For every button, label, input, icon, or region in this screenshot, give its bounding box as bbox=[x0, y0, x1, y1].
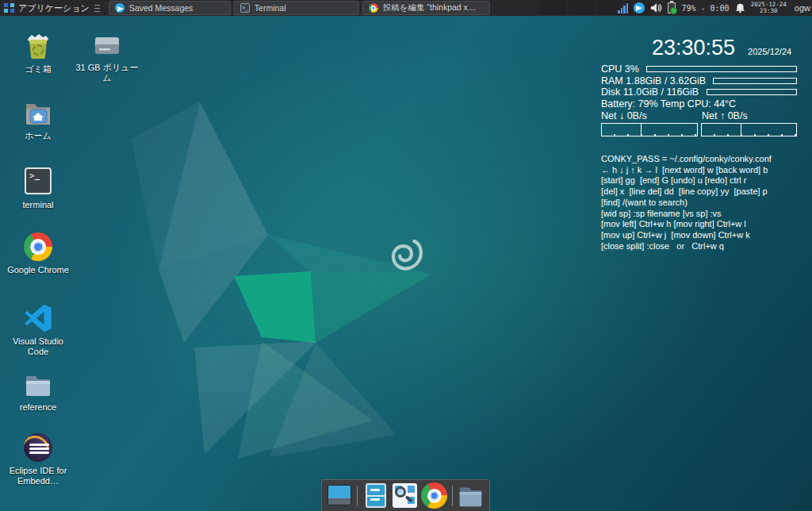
desktop-icon-label: ゴミ箱 bbox=[5, 64, 71, 75]
taskbar-window-saved-messages[interactable]: Saved Messages bbox=[109, 1, 231, 15]
battery-icon[interactable] bbox=[668, 2, 676, 13]
chrome-icon bbox=[24, 232, 52, 261]
folder-icon bbox=[24, 370, 52, 398]
network-signal-icon[interactable] bbox=[618, 3, 628, 13]
desktop-icon-reference[interactable]: reference bbox=[5, 370, 71, 413]
applications-menu-label: アプリケーション bbox=[18, 2, 90, 14]
cheat-line: [del] x [line del] dd [line copy] yy [pa… bbox=[601, 186, 797, 198]
desktop-icon-trash[interactable]: ゴミ箱 bbox=[5, 32, 71, 75]
telegram-tray-icon[interactable] bbox=[634, 2, 645, 13]
net-down-label: Net ↓ 0B/s bbox=[601, 110, 702, 121]
net-download-graph bbox=[601, 123, 698, 136]
cheat-line: [mov up] Ctrl+w j [mov down] Ctrl+w k bbox=[601, 230, 797, 241]
dock-google-chrome-button[interactable] bbox=[421, 482, 447, 509]
desktop-icon-eclipse[interactable]: Eclipse IDE for Embedd… bbox=[5, 433, 71, 486]
conky-time: 23:30:55 bbox=[652, 36, 735, 59]
desktop-screen: アプリケーション Saved Messages >_ Terminal 投稿を編… bbox=[0, 0, 812, 511]
menu-lines-icon bbox=[94, 5, 100, 12]
desktop-icon-terminal[interactable]: > terminal bbox=[5, 167, 71, 210]
taskbar-window-edit-post[interactable]: 投稿を編集 “thinkpad x… bbox=[362, 1, 490, 15]
conky-vim-cheatsheet: CONKY_PASS = ~/.config/conky/conky.conf … bbox=[601, 154, 797, 252]
cheat-line: [close split] :close or Ctrl+w q bbox=[601, 241, 797, 252]
system-tray: 79% - 0:00 2025-12-24 23:30 ogw bbox=[618, 0, 812, 16]
disk-bar bbox=[707, 89, 797, 95]
conky-cpu-meter: CPU 3% bbox=[601, 63, 797, 75]
battery-status-text: 79% - 0:00 bbox=[681, 4, 729, 13]
terminal-app-icon: > bbox=[24, 167, 52, 196]
window-title: Saved Messages bbox=[129, 3, 193, 13]
desktop-icon-label: Google Chrome bbox=[5, 265, 71, 275]
cheat-line: CONKY_PASS = ~/.config/conky/conky.conf bbox=[601, 154, 797, 165]
disk-label: Disk 11.0GiB / 116GiB bbox=[601, 86, 702, 98]
desktop-icon-volume[interactable]: 31 GB ボリューム bbox=[74, 33, 140, 83]
desktop-icon-home[interactable]: ホーム bbox=[5, 98, 71, 141]
desktop-icon-label: Visual Studio Code bbox=[5, 336, 71, 357]
conky-ram-meter: RAM 1.88GiB / 3.62GiB bbox=[601, 75, 797, 87]
debian-swirl-logo bbox=[388, 236, 424, 278]
window-title: 投稿を編集 “thinkpad x… bbox=[383, 2, 477, 13]
telegram-icon bbox=[115, 3, 124, 13]
net-up-label: Net ↑ 0B/s bbox=[702, 110, 748, 121]
volume-icon[interactable] bbox=[650, 2, 662, 13]
file-manager-folder-icon bbox=[458, 482, 484, 509]
desktop-icon-vscode[interactable]: Visual Studio Code bbox=[5, 304, 71, 357]
drive-icon bbox=[93, 33, 121, 59]
home-folder-icon bbox=[24, 98, 52, 127]
desktop-icon-label: 31 GB ボリューム bbox=[74, 63, 140, 83]
terminal-icon: >_ bbox=[240, 3, 250, 13]
ram-label: RAM 1.88GiB / 3.62GiB bbox=[601, 75, 708, 87]
dock-separator bbox=[357, 486, 358, 506]
applications-menu-button[interactable]: アプリケーション bbox=[0, 0, 104, 16]
cheat-line: [find] /(want to search) bbox=[601, 198, 797, 209]
applications-menu-icon bbox=[4, 2, 15, 13]
cheat-line: [mov left] Ctrl+w h [mov right] Ctrl+w l bbox=[601, 219, 797, 230]
trash-icon bbox=[24, 32, 52, 60]
show-desktop-icon bbox=[327, 485, 351, 505]
dock-file-manager-button[interactable] bbox=[458, 482, 484, 509]
window-title: Terminal bbox=[255, 3, 286, 13]
conky-date: 2025/12/24 bbox=[748, 47, 791, 56]
conky-widget: 23:30:55 2025/12/24 CPU 3% RAM 1.88GiB /… bbox=[601, 36, 797, 252]
eclipse-icon bbox=[24, 433, 52, 462]
dock-application-finder-button[interactable] bbox=[392, 482, 418, 509]
dock-show-desktop-button[interactable] bbox=[326, 482, 352, 509]
conky-net-labels: Net ↓ 0B/s Net ↑ 0B/s bbox=[601, 110, 797, 121]
ram-bar bbox=[713, 78, 797, 84]
username-label: ogw bbox=[792, 3, 810, 13]
taskbar-window-terminal[interactable]: >_ Terminal bbox=[234, 1, 359, 15]
desktop-icon-label: reference bbox=[5, 402, 71, 413]
cpu-bar bbox=[646, 66, 797, 72]
application-finder-icon bbox=[393, 483, 417, 508]
cpu-label: CPU 3% bbox=[601, 63, 642, 75]
cheat-line: ← h ↓ j ↑ k → l [next word] w [back word… bbox=[601, 165, 797, 176]
chrome-icon bbox=[421, 482, 447, 509]
chrome-icon bbox=[369, 3, 378, 13]
cheat-line: [start] gg [end] G [undo] u [redo] ctrl … bbox=[601, 175, 797, 186]
conky-battery-line: Battery: 79% Temp CPU: 44°C bbox=[601, 98, 797, 110]
clock-time: 23:30 bbox=[760, 7, 778, 14]
dock bbox=[321, 479, 490, 511]
dock-separator bbox=[452, 486, 453, 506]
panel-clock[interactable]: 2025-12-24 23:30 bbox=[751, 2, 787, 15]
file-cabinet-icon bbox=[366, 483, 386, 508]
desktop-icon-google-chrome[interactable]: Google Chrome bbox=[5, 232, 71, 275]
desktop-icon-label: ホーム bbox=[5, 131, 71, 141]
vscode-icon bbox=[24, 304, 52, 332]
dock-file-cabinet-button[interactable] bbox=[362, 482, 389, 509]
conky-disk-meter: Disk 11.0GiB / 116GiB bbox=[601, 86, 797, 98]
notification-bell-icon[interactable] bbox=[735, 2, 745, 13]
net-upload-graph bbox=[701, 123, 798, 136]
desktop-icon-label: Eclipse IDE for Embedd… bbox=[5, 466, 71, 486]
cheat-line: [wid sp] :sp filename [vs sp] :vs bbox=[601, 209, 797, 220]
desktop-icon-label: terminal bbox=[5, 200, 71, 210]
top-panel: アプリケーション Saved Messages >_ Terminal 投稿を編… bbox=[0, 0, 812, 16]
